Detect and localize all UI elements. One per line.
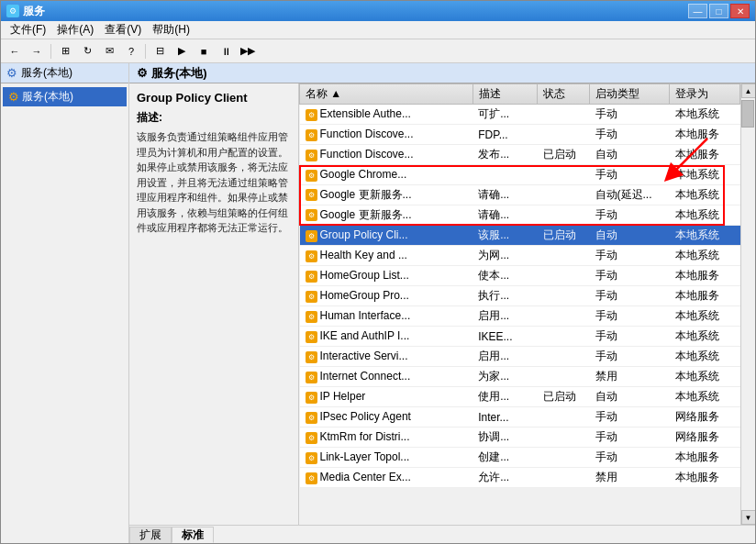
service-logon-cell: 本地系统 (670, 246, 740, 266)
back-button[interactable]: ← (5, 42, 25, 61)
service-status-cell: 已启动 (538, 226, 590, 246)
export-button[interactable]: ✉ (99, 42, 119, 61)
table-row[interactable]: ⚙Function Discove...FDP...手动本地服务 (300, 125, 740, 145)
tab-standard[interactable]: 标准 (172, 527, 214, 543)
col-name[interactable]: 名称 ▲ (300, 84, 473, 105)
play-button[interactable]: ▶ (172, 42, 192, 61)
col-startup[interactable]: 启动类型 (590, 84, 670, 105)
service-logon-cell: 网络服务 (670, 427, 740, 448)
sidebar-header: ⚙ 服务(本地) (1, 63, 128, 83)
col-logon[interactable]: 登录为 (670, 84, 740, 105)
service-logon-cell: 本地系统 (670, 205, 740, 226)
minimize-button[interactable]: — (688, 4, 707, 18)
table-row[interactable]: ⚙KtmRm for Distri...协调...手动网络服务 (300, 427, 740, 448)
service-logon-cell: 本地服务 (670, 266, 740, 286)
table-row[interactable]: ⚙IPsec Policy AgentInter...手动网络服务 (300, 407, 740, 427)
restart-button[interactable]: ▶▶ (238, 42, 258, 61)
show-hide-button[interactable]: ⊞ (55, 42, 75, 61)
tab-expand[interactable]: 扩展 (129, 527, 172, 543)
menu-help[interactable]: 帮助(H) (147, 21, 195, 39)
service-logon-cell: 本地系统 (670, 327, 740, 347)
service-name-cell: ⚙Human Interface... (300, 306, 473, 327)
panel-header-title: 服务(本地) (151, 65, 207, 82)
table-row[interactable]: ⚙Google 更新服务...请确...自动(延迟...本地系统 (300, 185, 740, 205)
table-area: 名称 ▲ 描述 状态 启动类型 (299, 83, 740, 525)
service-status-cell (538, 306, 590, 327)
help-button[interactable]: ? (121, 42, 141, 61)
table-row[interactable]: ⚙Extensible Authe...可扩...手动本地系统 (300, 105, 740, 125)
service-description: 该服务负责通过组策略组件应用管理员为计算机和用户配置的设置。如果停止或禁用该服务… (137, 129, 291, 236)
toolbar-sep-2 (145, 44, 146, 59)
menu-action[interactable]: 操作(A) (51, 21, 99, 39)
service-name-cell: ⚙Google Chrome... (300, 165, 473, 185)
table-row[interactable]: ⚙Google 更新服务...请确...手动本地系统 (300, 205, 740, 226)
service-startup-cell: 禁用 (590, 367, 670, 387)
sidebar-item-local[interactable]: ⚙ 服务(本地) (3, 87, 127, 106)
table-row[interactable]: ⚙Media Center Ex...允许...禁用本地服务 (300, 468, 740, 488)
table-row[interactable]: ⚙IKE and AuthIP I...IKEE...手动本地系统 (300, 327, 740, 347)
service-name-cell: ⚙Media Center Ex... (300, 468, 473, 488)
service-name-cell: ⚙Interactive Servi... (300, 347, 473, 367)
service-desc-cell: 请确... (472, 205, 538, 226)
table-row[interactable]: ⚙HomeGroup List...使本...手动本地服务 (300, 266, 740, 286)
window-title: 服务 (23, 4, 45, 19)
table-row[interactable]: ⚙HomeGroup Pro...执行...手动本地服务 (300, 286, 740, 306)
service-startup-cell: 手动 (590, 286, 670, 306)
table-row[interactable]: ⚙Internet Connect...为家...禁用本地系统 (300, 367, 740, 387)
service-startup-cell: 禁用 (590, 468, 670, 488)
service-desc-cell: 协调... (472, 427, 538, 448)
sidebar-items: ⚙ 服务(本地) (1, 83, 128, 110)
table-row[interactable]: ⚙Google Chrome...手动本地系统 (300, 165, 740, 185)
service-startup-cell: 自动(延迟... (590, 185, 670, 205)
service-desc-cell: 该服... (472, 226, 538, 246)
sidebar: ⚙ 服务(本地) ⚙ 服务(本地) (1, 63, 129, 543)
service-startup-cell: 手动 (590, 125, 670, 145)
forward-button[interactable]: → (27, 42, 47, 61)
table-row[interactable]: ⚙Function Discove...发布...已启动自动本地服务 (300, 145, 740, 165)
title-bar-controls: — □ ✕ (688, 4, 750, 18)
service-desc-cell: 使用... (472, 387, 538, 407)
table-row[interactable]: ⚙Human Interface...启用...手动本地系统 (300, 306, 740, 327)
service-logon-cell: 本地系统 (670, 185, 740, 205)
service-status-cell (538, 468, 590, 488)
table-row[interactable]: ⚙IP Helper使用...已启动自动本地系统 (300, 387, 740, 407)
sidebar-item-icon: ⚙ (8, 90, 19, 104)
service-desc-cell: 启用... (472, 306, 538, 327)
table-header-row: 名称 ▲ 描述 状态 启动类型 (300, 84, 740, 105)
table-row[interactable]: ⚙Health Key and ...为网...手动本地系统 (300, 246, 740, 266)
service-status-cell (538, 427, 590, 448)
refresh-button[interactable]: ↻ (77, 42, 97, 61)
service-startup-cell: 手动 (590, 205, 670, 226)
service-status-cell (538, 266, 590, 286)
scroll-up-button[interactable]: ▲ (741, 83, 756, 98)
menu-view[interactable]: 查看(V) (99, 21, 147, 39)
service-name-cell: ⚙Group Policy Cli... (300, 226, 473, 246)
col-desc[interactable]: 描述 (472, 84, 538, 105)
table-row[interactable]: ⚙Link-Layer Topol...创建...手动本地服务 (300, 448, 740, 468)
sidebar-header-icon: ⚙ (6, 66, 17, 80)
open-button[interactable]: ⊟ (150, 42, 170, 61)
pause-button[interactable]: ⏸ (216, 42, 236, 61)
panel-header: ⚙ 服务(本地) (129, 63, 755, 83)
services-table: 名称 ▲ 描述 状态 启动类型 (299, 83, 740, 488)
right-panel: ⚙ 服务(本地) Group Policy Client 描述: 该服务负责通过… (129, 63, 755, 543)
service-desc-cell: FDP... (472, 125, 538, 145)
table-row[interactable]: ⚙Group Policy Cli...该服...已启动自动本地系统 (300, 226, 740, 246)
service-desc-cell: 请确... (472, 185, 538, 205)
menu-bar: 文件(F) 操作(A) 查看(V) 帮助(H) (1, 21, 755, 39)
scroll-thumb[interactable] (741, 100, 754, 128)
service-logon-cell: 本地服务 (670, 145, 740, 165)
scroll-down-button[interactable]: ▼ (741, 510, 756, 525)
close-button[interactable]: ✕ (730, 4, 750, 18)
tab-bar: 扩展 标准 (129, 525, 755, 543)
menu-file[interactable]: 文件(F) (5, 21, 51, 39)
col-status[interactable]: 状态 (538, 84, 590, 105)
main-content: ⚙ 服务(本地) ⚙ 服务(本地) ⚙ 服务(本地) Group Poli (1, 63, 755, 543)
scrollbar[interactable]: ▲ ▼ (740, 83, 755, 525)
service-desc-cell: IKEE... (472, 327, 538, 347)
table-row[interactable]: ⚙Interactive Servi...启用...手动本地系统 (300, 347, 740, 367)
service-name-cell: ⚙Google 更新服务... (300, 185, 473, 205)
service-name-cell: ⚙Link-Layer Topol... (300, 448, 473, 468)
maximize-button[interactable]: □ (709, 4, 728, 18)
stop-button[interactable]: ■ (194, 42, 214, 61)
